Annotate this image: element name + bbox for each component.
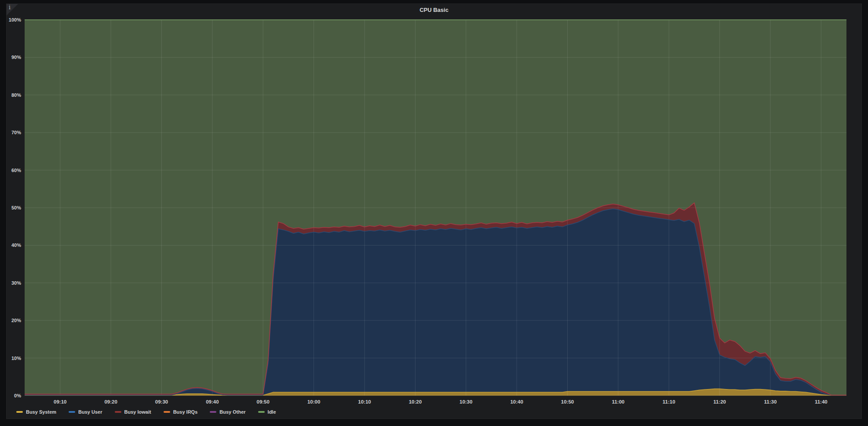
- y-axis-tick-label: 80%: [11, 92, 21, 98]
- legend-label: Busy User: [78, 409, 102, 415]
- y-axis-tick-label: 90%: [11, 55, 21, 60]
- cpu-basic-panel: i CPU Basic 0%10%20%30%40%50%60%70%80%90…: [6, 4, 862, 419]
- x-axis-tick-label: 10:00: [307, 399, 320, 404]
- legend-label: Busy IRQs: [173, 409, 198, 415]
- x-axis-tick-label: 11:30: [764, 399, 777, 404]
- y-axis-tick-label: 20%: [11, 318, 21, 323]
- cpu-usage-chart[interactable]: 0%10%20%30%40%50%60%70%80%90%100%09:1009…: [7, 4, 862, 419]
- legend-swatch: [16, 411, 23, 413]
- x-axis-tick-label: 09:40: [206, 399, 219, 404]
- y-axis-tick-label: 10%: [11, 356, 21, 361]
- legend-swatch: [210, 411, 216, 413]
- legend-item-busy-irqs[interactable]: Busy IRQs: [164, 409, 198, 415]
- legend-swatch: [69, 411, 75, 413]
- x-axis-tick-label: 11:20: [713, 399, 726, 404]
- legend-label: Busy Iowait: [124, 409, 151, 415]
- x-axis-tick-label: 09:20: [104, 399, 117, 404]
- x-axis-tick-label: 10:40: [510, 399, 523, 404]
- x-axis-tick-label: 11:00: [612, 399, 624, 404]
- x-axis-tick-label: 10:10: [358, 399, 371, 404]
- x-axis-tick-label: 11:40: [815, 399, 828, 404]
- y-axis-tick-label: 40%: [11, 242, 21, 248]
- x-axis-tick-label: 09:50: [256, 399, 269, 404]
- y-axis-tick-label: 30%: [11, 280, 21, 286]
- legend-item-busy-system[interactable]: Busy System: [16, 409, 56, 415]
- x-axis-tick-label: 10:30: [460, 399, 472, 404]
- y-axis-tick-label: 50%: [11, 205, 21, 210]
- legend-label: Idle: [268, 409, 276, 415]
- legend-item-busy-iowait[interactable]: Busy Iowait: [115, 409, 151, 415]
- y-axis-tick-label: 60%: [11, 168, 21, 173]
- legend-item-idle[interactable]: Idle: [258, 409, 276, 415]
- legend-label: Busy Other: [219, 409, 245, 415]
- legend-swatch: [258, 411, 265, 413]
- x-axis-tick-label: 11:10: [663, 399, 675, 404]
- legend-item-busy-other[interactable]: Busy Other: [210, 409, 245, 415]
- legend-label: Busy System: [26, 409, 56, 415]
- y-axis-tick-label: 100%: [9, 17, 21, 22]
- legend-swatch: [115, 411, 121, 413]
- x-axis-tick-label: 09:10: [54, 399, 66, 404]
- x-axis-tick-label: 10:20: [409, 399, 422, 404]
- y-axis-tick-label: 70%: [11, 130, 21, 135]
- x-axis-tick-label: 09:30: [155, 399, 168, 404]
- legend-item-busy-user[interactable]: Busy User: [69, 409, 102, 415]
- x-axis-tick-label: 10:50: [561, 399, 574, 404]
- y-axis-tick-label: 0%: [14, 393, 21, 398]
- legend-swatch: [164, 411, 170, 413]
- chart-legend: Busy SystemBusy UserBusy IowaitBusy IRQs…: [16, 409, 276, 415]
